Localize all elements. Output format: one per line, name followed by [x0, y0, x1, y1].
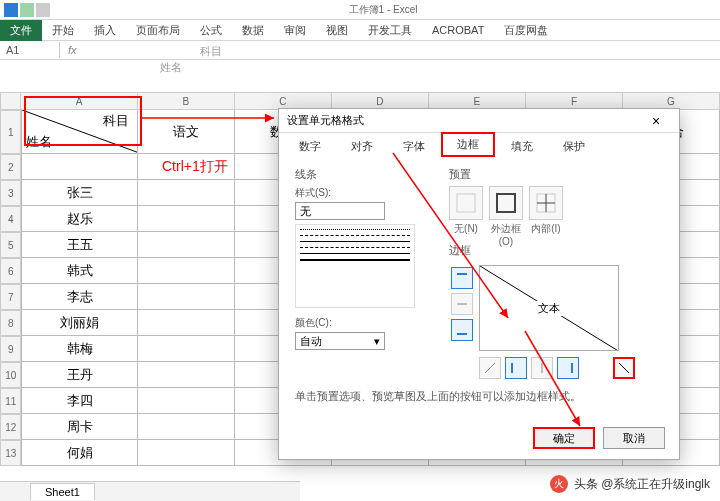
cell-A2[interactable] [21, 154, 137, 180]
cell-A4[interactable]: 赵乐 [21, 206, 137, 232]
tab-formula[interactable]: 公式 [190, 20, 232, 41]
row-5-hdr[interactable]: 5 [0, 232, 21, 258]
row-3-hdr[interactable]: 3 [0, 180, 21, 206]
cell-B12[interactable] [138, 414, 235, 440]
preview-text: 文本 [536, 301, 562, 316]
watermark-text: 头条 @系统正在升级inglk [574, 476, 710, 493]
cell-B1[interactable]: 语文 [138, 110, 235, 154]
preset-inside-label: 内部(I) [529, 222, 563, 247]
qat-undo-icon[interactable] [36, 3, 50, 17]
row-8-hdr[interactable]: 8 [0, 310, 21, 336]
sheet-tab-1[interactable]: Sheet1 [30, 483, 95, 500]
svg-rect-3 [497, 194, 515, 212]
name-box[interactable]: A1 [0, 42, 60, 58]
row-12-hdr[interactable]: 12 [0, 414, 21, 440]
cell-B8[interactable] [138, 310, 235, 336]
window-title: 工作簿1 - Excel [50, 3, 716, 17]
cell-A5[interactable]: 王五 [21, 232, 137, 258]
file-tab[interactable]: 文件 [0, 20, 42, 41]
cell-B6[interactable] [138, 258, 235, 284]
border-diag-down-btn[interactable] [613, 357, 635, 379]
cell-B5[interactable] [138, 232, 235, 258]
dialog-hint: 单击预置选项、预览草图及上面的按钮可以添加边框样式。 [295, 389, 581, 404]
col-B[interactable]: B [138, 92, 235, 110]
border-preview[interactable]: 文本 [479, 265, 619, 351]
tab-acrobat[interactable]: ACROBAT [422, 21, 494, 39]
qat-save-icon[interactable] [20, 3, 34, 17]
close-icon[interactable]: × [641, 113, 671, 129]
cell-B9[interactable] [138, 336, 235, 362]
cell-A7[interactable]: 李志 [21, 284, 137, 310]
select-all-corner[interactable] [0, 92, 21, 110]
format-cells-dialog: 设置单元格格式 × 数字 对齐 字体 边框 填充 保护 线条 样式(S): 无 … [278, 108, 680, 460]
cell-A12[interactable]: 周卡 [21, 414, 137, 440]
cell-A6[interactable]: 韩式 [21, 258, 137, 284]
dlg-tab-fill[interactable]: 填充 [497, 136, 547, 157]
cell-A10[interactable]: 王丹 [21, 362, 137, 388]
ok-button[interactable]: 确定 [533, 427, 595, 449]
tab-insert[interactable]: 插入 [84, 20, 126, 41]
tooltip-text-1: 科目 [200, 44, 222, 59]
tab-data[interactable]: 数据 [232, 20, 274, 41]
cell-A9[interactable]: 韩梅 [21, 336, 137, 362]
cell-B13[interactable] [138, 440, 235, 466]
cell-B4[interactable] [138, 206, 235, 232]
cell-A13[interactable]: 何娟 [21, 440, 137, 466]
cell-A3[interactable]: 张三 [21, 180, 137, 206]
tab-layout[interactable]: 页面布局 [126, 20, 190, 41]
row-10-hdr[interactable]: 10 [0, 362, 21, 388]
cell-A11[interactable]: 李四 [21, 388, 137, 414]
preset-none[interactable] [449, 186, 483, 220]
tab-baidu[interactable]: 百度网盘 [494, 20, 558, 41]
border-mid-v-btn[interactable] [531, 357, 553, 379]
dialog-tabs: 数字 对齐 字体 边框 填充 保护 [279, 133, 679, 157]
row-7-hdr[interactable]: 7 [0, 284, 21, 310]
cancel-button[interactable]: 取消 [603, 427, 665, 449]
cell-A8[interactable]: 刘丽娟 [21, 310, 137, 336]
row-6-hdr[interactable]: 6 [0, 258, 21, 284]
style-combo[interactable]: 无 [295, 202, 385, 220]
tab-view[interactable]: 视图 [316, 20, 358, 41]
col-A[interactable]: A [21, 92, 137, 110]
fx-icon[interactable]: fx [68, 44, 77, 56]
tab-dev[interactable]: 开发工具 [358, 20, 422, 41]
border-top-btn[interactable] [451, 267, 473, 289]
border-section-label: 边框 [449, 243, 471, 258]
dlg-tab-number[interactable]: 数字 [285, 136, 335, 157]
preset-outline-label: 外边框(O) [489, 222, 523, 247]
dlg-tab-align[interactable]: 对齐 [337, 136, 387, 157]
border-mid-h-btn[interactable] [451, 293, 473, 315]
border-left-btn[interactable] [505, 357, 527, 379]
tab-home[interactable]: 开始 [42, 20, 84, 41]
dialog-titlebar: 设置单元格格式 × [279, 109, 679, 133]
watermark-logo-icon: 火 [550, 475, 568, 493]
dlg-tab-protect[interactable]: 保护 [549, 136, 599, 157]
preset-outline[interactable] [489, 186, 523, 220]
cell-B3[interactable] [138, 180, 235, 206]
row-13-hdr[interactable]: 13 [0, 440, 21, 466]
cell-B7[interactable] [138, 284, 235, 310]
line-style-list[interactable] [295, 224, 415, 308]
tab-review[interactable]: 审阅 [274, 20, 316, 41]
excel-icon [4, 3, 18, 17]
diag-bottom-label: 姓名 [26, 133, 52, 151]
svg-line-11 [485, 363, 495, 373]
border-right-btn[interactable] [557, 357, 579, 379]
row-1-hdr[interactable]: 1 [0, 110, 21, 154]
cell-B10[interactable] [138, 362, 235, 388]
border-diag-up-btn[interactable] [479, 357, 501, 379]
row-2-hdr[interactable]: 2 [0, 154, 21, 180]
diag-top-label: 科目 [103, 112, 129, 130]
preset-inside[interactable] [529, 186, 563, 220]
sheet-tab-bar: Sheet1 [0, 481, 300, 501]
border-bottom-btn[interactable] [451, 319, 473, 341]
dlg-tab-border[interactable]: 边框 [441, 132, 495, 157]
cell-A1[interactable]: 科目 姓名 [21, 110, 137, 154]
dlg-tab-font[interactable]: 字体 [389, 136, 439, 157]
row-4-hdr[interactable]: 4 [0, 206, 21, 232]
color-combo[interactable]: 自动▾ [295, 332, 385, 350]
cell-B11[interactable] [138, 388, 235, 414]
preset-section-label: 预置 [449, 167, 563, 182]
row-11-hdr[interactable]: 11 [0, 388, 21, 414]
row-9-hdr[interactable]: 9 [0, 336, 21, 362]
